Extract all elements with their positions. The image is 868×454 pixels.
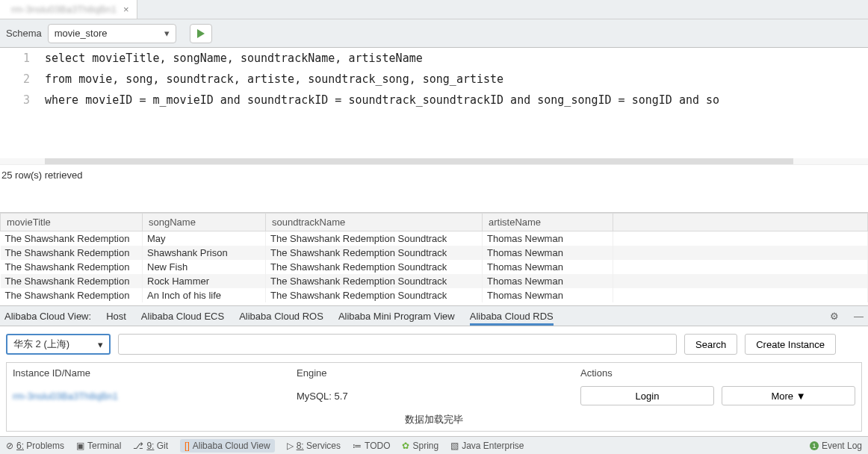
spring-tool[interactable]: ✿Spring	[402, 441, 438, 451]
services-tool[interactable]: ▷8: Services	[287, 441, 341, 451]
column-header[interactable]: artisteName	[483, 214, 613, 231]
horizontal-scrollbar[interactable]	[0, 158, 868, 164]
schema-select[interactable]: movie_store ▾	[48, 24, 176, 43]
column-header[interactable]: songName	[143, 214, 266, 231]
run-button[interactable]	[190, 24, 212, 43]
region-select[interactable]: 华东 2 (上海) ▾	[6, 334, 111, 355]
tab-rds[interactable]: Alibaba Cloud RDS	[470, 311, 554, 322]
cloud-view-label: Alibaba Cloud View:	[4, 311, 91, 322]
search-input[interactable]	[118, 334, 677, 355]
tab-label: rm-3nslu03Ba3Th8qBn1	[11, 4, 117, 15]
terminal-tool[interactable]: ▣Terminal	[76, 441, 121, 451]
editor-tab[interactable]: rm-3nslu03Ba3Th8qBn1 ×	[0, 0, 137, 19]
tab-miniprogram[interactable]: Alibaba Mini Program View	[338, 311, 455, 322]
java-enterprise-tool[interactable]: ▧Java Enterprise	[450, 441, 524, 451]
login-button[interactable]: Login	[580, 386, 714, 405]
table-row[interactable]: The Shawshank RedemptionRock HammerThe S…	[1, 274, 868, 288]
cloud-toolbar: 华东 2 (上海) ▾ Search Create Instance	[0, 326, 868, 362]
minimize-icon[interactable]: —	[854, 311, 864, 322]
more-button[interactable]: More ▼	[722, 386, 855, 405]
editor-toolbar: Schema movie_store ▾	[0, 19, 868, 48]
table-row[interactable]: The Shawshank RedemptionNew FishThe Shaw…	[1, 260, 868, 274]
code-content[interactable]: select movieTitle, songName, soundtrackN…	[45, 48, 868, 158]
sql-editor[interactable]: 123 select movieTitle, songName, soundtr…	[0, 48, 868, 158]
chevron-down-icon: ▾	[164, 28, 170, 39]
tab-host[interactable]: Host	[106, 311, 126, 322]
instance-engine: MySQL: 5.7	[297, 391, 580, 402]
search-button[interactable]: Search	[684, 334, 737, 355]
column-header[interactable]: movieTitle	[1, 214, 143, 231]
chevron-down-icon: ▾	[98, 339, 103, 350]
git-tool[interactable]: ⎇9: Git	[133, 441, 168, 451]
problems-tool[interactable]: ⊘6: Problems	[6, 441, 64, 451]
region-value: 华东 2 (上海)	[13, 338, 69, 351]
close-icon[interactable]: ×	[123, 4, 129, 15]
event-log-tool[interactable]: 1Event Log	[810, 441, 862, 451]
line-gutter: 123	[0, 48, 45, 158]
tab-bar: rm-3nslu03Ba3Th8qBn1 ×	[0, 0, 868, 19]
instance-row: rm-3nslu03Ba3Th8qBn1 MySQL: 5.7 Login Mo…	[7, 383, 861, 408]
tab-ros[interactable]: Alibaba Cloud ROS	[239, 311, 323, 322]
cloud-view-bar: Alibaba Cloud View: Host Alibaba Cloud E…	[0, 305, 868, 326]
col-header-id: Instance ID/Name	[13, 367, 297, 379]
schema-value: movie_store	[55, 28, 108, 39]
schema-label: Schema	[6, 28, 42, 39]
load-status: 数据加载完毕	[7, 408, 861, 431]
status-line: 25 row(s) retrieved	[0, 164, 868, 185]
results-table: movieTitlesongNamesoundtrackNameartisteN…	[0, 212, 868, 305]
instance-id-link[interactable]: rm-3nslu03Ba3Th8qBn1	[13, 391, 297, 402]
col-header-actions: Actions	[580, 367, 855, 379]
col-header-engine: Engine	[297, 367, 580, 379]
table-row[interactable]: The Shawshank RedemptionMayThe Shawshank…	[1, 231, 868, 246]
table-row[interactable]: The Shawshank RedemptionShawshank Prison…	[1, 246, 868, 260]
cloud-view-tool[interactable]: []Alibaba Cloud View	[180, 439, 275, 453]
bottom-bar: ⊘6: Problems ▣Terminal ⎇9: Git []Alibaba…	[0, 436, 868, 454]
play-icon	[196, 29, 205, 38]
column-header[interactable]: soundtrackName	[266, 214, 483, 231]
tab-ecs[interactable]: Alibaba Cloud ECS	[141, 311, 224, 322]
table-row[interactable]: The Shawshank RedemptionAn Inch of his l…	[1, 288, 868, 302]
todo-tool[interactable]: ≔TODO	[353, 441, 390, 451]
create-instance-button[interactable]: Create Instance	[745, 334, 836, 355]
instance-panel: Instance ID/Name Engine Actions rm-3nslu…	[6, 362, 862, 432]
gear-icon[interactable]: ⚙	[830, 311, 839, 322]
